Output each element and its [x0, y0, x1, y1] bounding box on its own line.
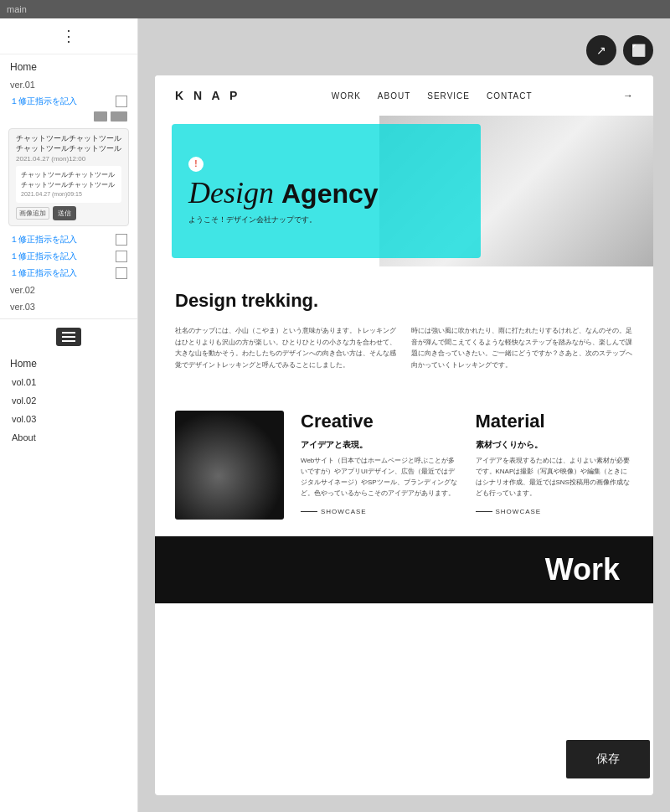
small-icon-2 — [111, 111, 127, 122]
trekking-text-left: 社名のナップには、小山（こやま）という意味があります。トレッキングはひとりよりも… — [175, 325, 398, 370]
sidebar-list-icon-row — [0, 323, 137, 351]
work-footer-text: Work — [545, 552, 620, 587]
sidebar-item-vol03[interactable]: vol.03 — [0, 410, 137, 428]
material-heading: Material — [476, 411, 634, 432]
main-container: ⋮ Home ver.01 １修正指示を記入 チャットツールチャットツールチャッ… — [0, 18, 670, 812]
sidebar-version-01: ver.01 — [0, 76, 137, 93]
checkbox-label-1: １修正指示を記入 — [10, 96, 111, 107]
material-showcase-line-icon — [476, 511, 492, 512]
sidebar-header: ⋮ — [0, 18, 137, 54]
save-button[interactable]: 保存 — [566, 740, 650, 778]
creative-sub: アイデアと表現。 — [301, 439, 459, 451]
site-nav: K N A P WORK ABOUT SERVICE CONTACT → — [155, 75, 653, 116]
creative-section: Creative アイデアと表現。 Webサイト（日本ではホームページと呼ぶこと… — [155, 394, 653, 536]
checkbox-label-4: １修正指示を記入 — [10, 267, 111, 279]
list-icon-line-1 — [62, 332, 75, 334]
creative-image-inner — [175, 411, 284, 520]
creative-col: Creative アイデアと表現。 Webサイト（日本ではホームページと呼ぶこと… — [301, 411, 459, 515]
sidebar: ⋮ Home ver.01 １修正指示を記入 チャットツールチャットツールチャッ… — [0, 18, 138, 812]
list-view-icon[interactable] — [56, 328, 81, 346]
hero-title-bold: Agency — [281, 178, 379, 209]
checkbox-label-2: １修正指示を記入 — [10, 234, 111, 246]
title-bar-label: main — [7, 4, 27, 14]
sidebar-home-label: Home — [0, 54, 137, 76]
material-col: Material 素材づくりから。 アイデアを表現するためには、よりよい素材が必… — [476, 411, 634, 515]
sidebar-version-02: ver.02 — [0, 282, 137, 298]
chat-preview: チャットツールチャットツールチャットツールチャットツール 2021.04.27 … — [8, 128, 129, 226]
chat-bubble: チャットツールチャットツールチャットツールチャットツール 2021.04.27 … — [16, 166, 121, 203]
work-footer: Work — [155, 536, 653, 603]
image-add-button[interactable]: 画像追加 — [16, 207, 49, 220]
creative-showcase-label: SHOWCASE — [321, 508, 367, 515]
site-nav-links: WORK ABOUT SERVICE CONTACT — [332, 91, 533, 101]
hero-overlay: ! Design Agency ようこそ！デザイン会社ナップです。 — [172, 124, 481, 258]
sidebar-item-about[interactable]: About — [0, 428, 137, 447]
website-preview: K N A P WORK ABOUT SERVICE CONTACT → ! — [155, 75, 653, 795]
save-btn-container: 保存 — [566, 740, 650, 778]
material-body: アイデアを表現するためには、よりよい素材が必要です。KNAPは撮影（写真や映像）… — [476, 456, 634, 499]
nav-work[interactable]: WORK — [332, 91, 361, 101]
small-icon-1 — [94, 111, 107, 122]
trekking-text-right: 時には強い風に吹かれたり、雨に打たれたりするけれど、なんのその。足音が弾んで聞こ… — [411, 325, 634, 370]
sidebar-divider — [0, 318, 137, 319]
checkbox-4[interactable] — [116, 267, 127, 279]
sidebar-item-vol02[interactable]: vol.02 — [0, 391, 137, 410]
chat-input-row: 画像追加 送信 — [16, 206, 121, 220]
checkbox-row-2: １修正指示を記入 — [0, 231, 137, 248]
external-link-button[interactable]: ↗ — [586, 35, 616, 65]
hero-alert-icon: ! — [188, 157, 204, 172]
creative-showcase-link[interactable]: SHOWCASE — [301, 508, 459, 515]
sidebar-item-vol01[interactable]: vol.01 — [0, 373, 137, 391]
trekking-section: Design trekking. 社名のナップには、小山（こやま）という意味があ… — [155, 266, 653, 394]
hero-title: Design Agency — [188, 177, 464, 210]
creative-image — [175, 411, 284, 520]
sidebar-version-03: ver.03 — [0, 298, 137, 315]
sidebar-home-label-bottom: Home — [0, 351, 137, 373]
list-icon-line-2 — [62, 336, 75, 338]
hero-section: ! Design Agency ようこそ！デザイン会社ナップです。 — [155, 116, 653, 266]
nav-arrow-icon: → — [623, 90, 633, 101]
checkbox-2[interactable] — [116, 234, 127, 246]
trekking-body: 社名のナップには、小山（こやま）という意味があります。トレッキングはひとりよりも… — [175, 325, 633, 370]
site-logo: K N A P — [175, 89, 240, 102]
hero-title-script: Design — [188, 176, 274, 209]
material-showcase-link[interactable]: SHOWCASE — [476, 508, 634, 515]
creative-heading: Creative — [301, 411, 459, 432]
chat-bubble-date: 2021.04.27 (mon)09:15 — [21, 191, 82, 197]
window-button[interactable]: ⬜ — [623, 35, 653, 65]
sidebar-icons-row — [0, 110, 137, 123]
checkbox-row-3: １修正指示を記入 — [0, 248, 137, 265]
menu-dots-icon[interactable]: ⋮ — [61, 27, 76, 45]
showcase-line-icon — [301, 511, 317, 512]
send-button[interactable]: 送信 — [53, 206, 76, 220]
chat-preview-date: 2021.04.27 (mon)12:00 — [16, 155, 121, 163]
material-sub: 素材づくりから。 — [476, 439, 634, 451]
title-bar: main — [0, 0, 670, 18]
nav-service[interactable]: SERVICE — [427, 91, 470, 101]
content-area: ↗ ⬜ K N A P WORK ABOUT SERVICE CONTACT → — [138, 18, 670, 812]
trekking-title: Design trekking. — [175, 290, 633, 312]
checkbox-1[interactable] — [116, 96, 127, 107]
hero-subtitle: ようこそ！デザイン会社ナップです。 — [188, 215, 464, 225]
checkbox-row-4: １修正指示を記入 — [0, 265, 137, 282]
material-showcase-label: SHOWCASE — [496, 508, 542, 515]
top-actions: ↗ ⬜ — [155, 35, 653, 65]
checkbox-3[interactable] — [116, 251, 127, 262]
checkbox-label-3: １修正指示を記入 — [10, 251, 111, 262]
creative-body: Webサイト（日本ではホームページと呼ぶことが多いですが）やアプリUIデザイン、… — [301, 456, 459, 499]
nav-contact[interactable]: CONTACT — [487, 91, 533, 101]
chat-preview-title: チャットツールチャットツールチャットツールチャットツール — [16, 134, 121, 153]
checkbox-row-1: １修正指示を記入 — [0, 93, 137, 110]
nav-about[interactable]: ABOUT — [378, 91, 410, 101]
list-icon-line-3 — [62, 340, 75, 342]
